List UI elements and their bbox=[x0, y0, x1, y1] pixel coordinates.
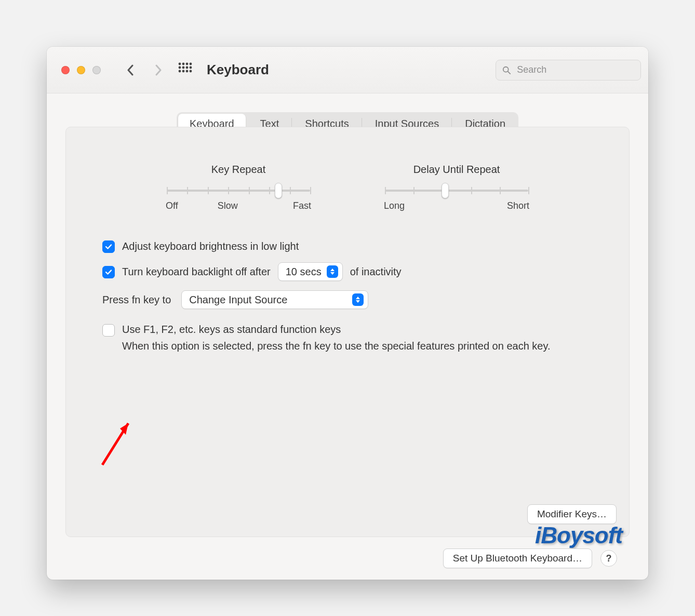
svg-point-5 bbox=[182, 66, 185, 69]
preferences-window: Keyboard Keyboard Text Shortcuts Input S… bbox=[47, 47, 648, 580]
window-controls bbox=[61, 66, 101, 74]
svg-point-3 bbox=[190, 62, 192, 65]
bluetooth-keyboard-button[interactable]: Set Up Bluetooth Keyboard… bbox=[443, 548, 592, 568]
backlight-off-row: Turn keyboard backlight off after 10 sec… bbox=[102, 262, 593, 281]
key-repeat-block: Key Repeat Off Slow Fast bbox=[166, 164, 311, 211]
backlight-off-checkbox[interactable] bbox=[102, 266, 115, 278]
annotation-arrow bbox=[97, 413, 139, 470]
svg-line-13 bbox=[508, 71, 510, 73]
search-icon bbox=[502, 65, 511, 75]
fn-key-value: Change Input Source bbox=[189, 294, 287, 306]
delay-thumb[interactable] bbox=[442, 183, 449, 198]
minimize-button[interactable] bbox=[77, 66, 85, 74]
backlight-off-label-before: Turn keyboard backlight off after bbox=[122, 266, 271, 278]
svg-point-1 bbox=[182, 62, 185, 65]
svg-point-8 bbox=[179, 70, 181, 72]
backlight-off-value: 10 secs bbox=[286, 266, 322, 278]
titlebar: Keyboard bbox=[47, 47, 648, 93]
adjust-brightness-label: Adjust keyboard brightness in low light bbox=[122, 240, 299, 252]
adjust-brightness-row: Adjust keyboard brightness in low light bbox=[102, 240, 593, 253]
function-keys-checkbox[interactable] bbox=[102, 324, 115, 337]
delay-label-short: Short bbox=[507, 200, 529, 211]
back-button[interactable] bbox=[122, 61, 139, 79]
watermark: iBoysoft bbox=[535, 523, 622, 548]
backlight-off-label-after: of inactivity bbox=[350, 266, 402, 278]
key-repeat-label-off: Off bbox=[166, 200, 178, 211]
delay-block: Delay Until Repeat Long Short bbox=[384, 164, 529, 211]
delay-label-long: Long bbox=[384, 200, 405, 211]
close-button[interactable] bbox=[61, 66, 70, 74]
modifier-keys-button[interactable]: Modifier Keys… bbox=[527, 504, 617, 524]
all-prefs-icon[interactable] bbox=[178, 62, 192, 78]
search-field[interactable] bbox=[496, 60, 641, 81]
key-repeat-title: Key Repeat bbox=[166, 164, 311, 176]
key-repeat-slider[interactable] bbox=[167, 186, 310, 195]
svg-point-11 bbox=[190, 70, 192, 72]
svg-point-7 bbox=[190, 66, 192, 69]
function-keys-row: Use F1, F2, etc. keys as standard functi… bbox=[102, 324, 593, 353]
adjust-brightness-checkbox[interactable] bbox=[102, 240, 115, 253]
svg-point-10 bbox=[186, 70, 189, 72]
function-keys-help: When this option is selected, press the … bbox=[122, 339, 593, 353]
window-title: Keyboard bbox=[207, 62, 269, 78]
footer: Set Up Bluetooth Keyboard… ? bbox=[47, 548, 648, 568]
svg-point-6 bbox=[186, 66, 189, 69]
fn-key-label: Press fn key to bbox=[102, 294, 171, 306]
function-keys-label: Use F1, F2, etc. keys as standard functi… bbox=[122, 324, 593, 336]
delay-slider[interactable] bbox=[385, 186, 528, 195]
help-button[interactable]: ? bbox=[600, 550, 617, 567]
key-repeat-thumb[interactable] bbox=[275, 183, 282, 198]
svg-line-14 bbox=[102, 423, 128, 465]
keyboard-panel: Key Repeat Off Slow Fast Delay Until Rep… bbox=[65, 127, 630, 537]
updown-icon bbox=[352, 293, 364, 306]
svg-point-4 bbox=[179, 66, 181, 69]
forward-button[interactable] bbox=[150, 61, 167, 79]
key-repeat-label-slow: Slow bbox=[218, 200, 238, 211]
delay-title: Delay Until Repeat bbox=[384, 164, 529, 176]
svg-point-2 bbox=[186, 62, 189, 65]
search-input[interactable] bbox=[516, 64, 634, 76]
svg-point-0 bbox=[179, 62, 181, 65]
fn-key-row: Press fn key to Change Input Source bbox=[102, 290, 593, 309]
backlight-off-popup[interactable]: 10 secs bbox=[278, 262, 343, 281]
svg-point-9 bbox=[182, 70, 185, 72]
zoom-button[interactable] bbox=[92, 66, 101, 74]
key-repeat-label-fast: Fast bbox=[293, 200, 311, 211]
svg-marker-15 bbox=[120, 423, 128, 435]
fn-key-popup[interactable]: Change Input Source bbox=[181, 290, 368, 309]
content: Keyboard Text Shortcuts Input Sources Di… bbox=[47, 93, 648, 580]
updown-icon bbox=[327, 265, 338, 278]
